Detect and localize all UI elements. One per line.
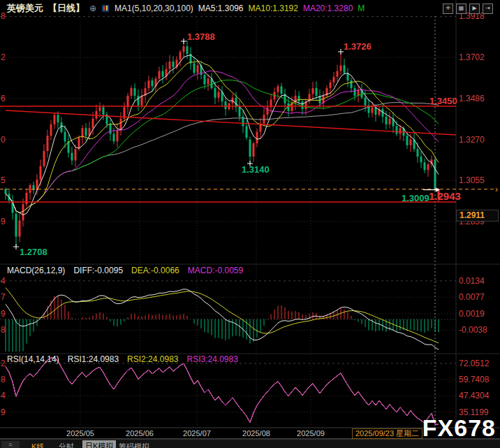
selected-date-label: 2025/09/23 星期二 [352,428,422,439]
forward-icon[interactable]: ▶ [469,3,480,14]
bottom-tab-bar: ≡K线分时日K模拟筹码模拟 [0,439,500,448]
bottom-tab[interactable]: K线 [31,441,44,448]
rsi1-value: RSI1:24.0983 [68,354,119,364]
indicator-panel-icon[interactable]: ▦ [456,3,466,14]
ma-group-label: MA1(5,10,20,30,100) [115,3,193,13]
ma5-value: MA5:1.3096 [198,3,244,13]
macd-header: MACD(26,12,9) DIFF:-0.0095 DEA:-0.0066 M… [7,266,243,275]
chart-header: 英镑美元 【日线】 ⊕ MA1(5,10,20,30,100) MA5:1.30… [7,2,365,15]
macd-name: MACD(26,12,9) [7,266,65,275]
rsi-header: RSI(14,14,14) RSI1:24.0983 RSI2:24.0983 … [7,354,238,364]
watermark: FX678 [422,416,496,440]
kline-style-icon[interactable] [101,4,110,13]
macd-dea-value: DEA:-0.0066 [131,266,179,275]
macd-diff-value: DIFF:-0.0095 [73,266,123,275]
rsi2-value: RSI2:24.0983 [127,354,178,364]
bottom-tab-menu[interactable]: ≡ [1,441,20,448]
chart-canvas[interactable] [0,0,500,448]
bottom-tab[interactable]: 分时 [59,441,74,448]
ma20-value: MA20:1.3280 [303,3,353,13]
rsi-name: RSI(14,14,14) [7,354,59,364]
bottom-tab[interactable]: 日K模拟 [82,440,116,448]
crosshair-price-tag: 1.2911 [456,210,499,222]
ma30-value: M [358,3,365,13]
macd-bar-value: MACD:-0.0059 [188,266,243,275]
ma10-value: MA10:1.3192 [249,3,298,13]
pan-icon[interactable]: ✛ [443,3,453,14]
rsi3-value: RSI3:24.0983 [187,354,238,364]
globe-icon[interactable]: ⊕ [89,3,96,13]
window-toolbar: ✛▦▶⇥ [443,3,493,14]
bottom-tab[interactable]: 筹码模拟 [119,441,149,448]
exit-fullscreen-icon[interactable]: ⇥ [483,3,493,14]
trading-chart-window: 英镑美元 【日线】 ⊕ MA1(5,10,20,30,100) MA5:1.30… [0,0,500,448]
price-line-pointer-icon: › [495,185,498,194]
period-label: 【日线】 [48,2,84,15]
symbol-title: 英镑美元 [7,2,43,15]
